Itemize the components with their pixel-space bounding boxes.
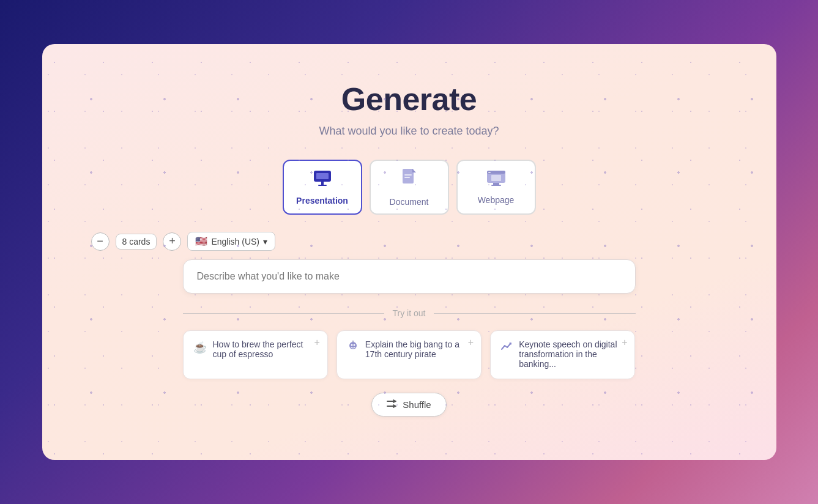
coffee-icon: ☕ <box>193 341 207 354</box>
tab-webpage-label: Webpage <box>478 195 515 205</box>
suggestion-plus-1: + <box>468 337 474 348</box>
language-label: English (US) <box>211 237 259 246</box>
svg-rect-2 <box>321 182 324 185</box>
webpage-icon <box>486 170 506 190</box>
shuffle-button[interactable]: Shuffle <box>371 393 446 417</box>
flag-icon: 🇺🇸 <box>195 235 207 247</box>
card-count-display: 8 cards <box>116 234 157 250</box>
left-divider <box>183 313 384 314</box>
svg-rect-12 <box>491 185 501 186</box>
plus-button[interactable]: + <box>163 232 181 251</box>
chevron-down-icon: ▾ <box>263 237 267 246</box>
svg-rect-1 <box>316 173 329 179</box>
tab-presentation[interactable]: Presentation <box>283 160 362 215</box>
minus-button[interactable]: − <box>91 232 110 251</box>
svg-rect-11 <box>493 183 499 185</box>
language-selector[interactable]: 🇺🇸 English (US) ▾ <box>187 232 275 251</box>
svg-rect-6 <box>404 177 410 178</box>
pirate-icon <box>347 341 359 356</box>
suggestion-text-1: Explain the big bang to a 17th century p… <box>365 339 471 359</box>
tab-document[interactable]: Document <box>370 160 449 215</box>
shuffle-icon <box>387 399 398 410</box>
try-it-out-row: Try it out <box>183 308 636 318</box>
svg-point-15 <box>353 344 355 346</box>
tab-presentation-label: Presentation <box>296 196 348 206</box>
svg-point-14 <box>351 344 352 346</box>
shuffle-label: Shuffle <box>403 399 431 410</box>
svg-rect-10 <box>491 175 501 181</box>
type-tabs: Presentation Document <box>283 160 536 215</box>
main-card: Generate What would you like to create t… <box>42 44 776 460</box>
page-title: Generate <box>341 81 477 117</box>
suggestion-card-2[interactable]: Keynote speech on digital transformation… <box>490 330 635 379</box>
right-divider <box>434 313 635 314</box>
try-it-out-label: Try it out <box>384 308 434 318</box>
describe-input[interactable] <box>183 259 636 294</box>
page-subtitle: What would you like to create today? <box>319 125 499 138</box>
presentation-icon <box>313 169 332 191</box>
svg-rect-3 <box>318 185 327 186</box>
suggestion-plus-0: + <box>314 337 319 348</box>
suggestion-text-0: How to brew the perfect cup of espresso <box>213 339 318 359</box>
svg-rect-9 <box>488 172 491 173</box>
suggestion-card-1[interactable]: Explain the big bang to a 17th century p… <box>336 330 482 379</box>
suggestion-card-0[interactable]: ☕ How to brew the perfect cup of espress… <box>183 330 328 379</box>
tab-document-label: Document <box>390 197 429 207</box>
svg-rect-4 <box>403 169 414 183</box>
suggestion-text-2: Keynote speech on digital transformation… <box>519 339 625 369</box>
controls-row: − 8 cards + 🇺🇸 English (US) ▾ <box>91 232 276 251</box>
svg-rect-5 <box>404 174 412 176</box>
document-icon <box>401 168 417 192</box>
suggestion-plus-2: + <box>622 337 627 348</box>
tab-webpage[interactable]: Webpage <box>456 160 536 215</box>
suggestion-cards: ☕ How to brew the perfect cup of espress… <box>183 330 636 379</box>
chart-icon <box>500 341 513 355</box>
